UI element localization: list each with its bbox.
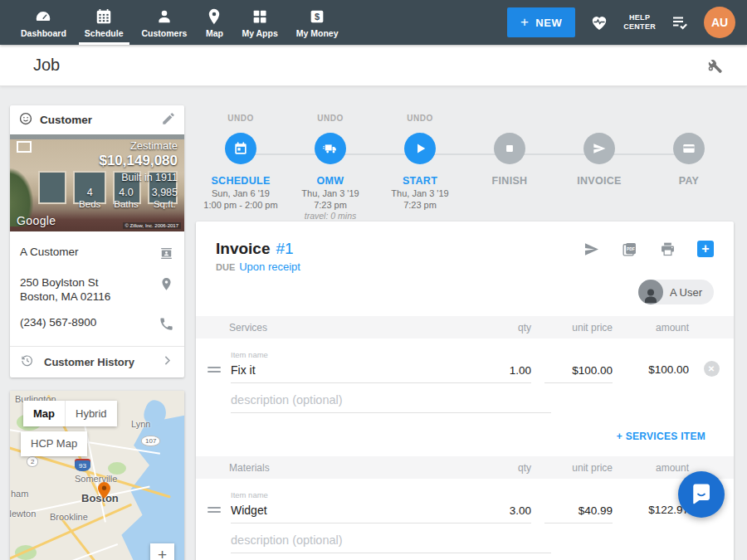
- new-button[interactable]: + NEW: [507, 7, 575, 37]
- nav-item-customers[interactable]: Customers: [133, 0, 197, 45]
- print-icon[interactable]: [659, 241, 676, 258]
- step-label[interactable]: PAY: [644, 175, 734, 187]
- step-label[interactable]: SCHEDULE: [196, 175, 286, 187]
- step-label[interactable]: OMW: [286, 175, 375, 187]
- step-omw: UNDO OMW Thu, Jan 3 '19 7:23 pm travel: …: [286, 114, 375, 221]
- assignee-name: A User: [670, 286, 702, 299]
- invoice-number-link[interactable]: #1: [276, 240, 293, 258]
- health-heart-icon[interactable]: [589, 12, 609, 32]
- user-avatar[interactable]: AU: [704, 7, 735, 38]
- credit-card-icon[interactable]: [673, 133, 705, 164]
- unit-price-input[interactable]: [544, 503, 613, 523]
- invoice-actions: PDF +: [583, 241, 714, 258]
- map-type-hybrid-button[interactable]: Hybrid: [65, 401, 117, 426]
- customer-phone: (234) 567-8900: [20, 316, 96, 330]
- left-sidebar: Customer Zestimate $10,149,080 Built in …: [10, 105, 184, 560]
- map-label: Somerville: [75, 474, 117, 484]
- step-date: Thu, Jan 3 '19: [286, 188, 375, 198]
- hcp-map-button[interactable]: HCP Map: [21, 431, 87, 456]
- stop-icon[interactable]: [494, 133, 525, 164]
- nav-item-my-money[interactable]: $ My Money: [287, 0, 348, 45]
- assignee-row: A User: [196, 273, 734, 316]
- qty-input[interactable]: [481, 503, 531, 523]
- send-invoice-icon[interactable]: [583, 241, 600, 258]
- map-park: [108, 462, 126, 475]
- undo-schedule-link[interactable]: UNDO: [196, 114, 286, 124]
- add-invoice-button[interactable]: +: [697, 241, 714, 257]
- step-time: 1:00 pm - 2:00 pm: [196, 200, 286, 210]
- step-start: UNDO START Thu, Jan 3 '19 7:23 pm: [375, 114, 465, 221]
- map-type-map-button[interactable]: Map: [23, 401, 65, 426]
- undo-spacer: [644, 114, 734, 124]
- zillow-copyright: © Zillow, Inc. 2006-2017: [123, 222, 181, 229]
- drag-handle-icon[interactable]: [208, 504, 221, 515]
- pdf-icon[interactable]: PDF: [621, 241, 638, 258]
- customer-address-row: 250 Boylston StBoston, MA 02116: [20, 270, 174, 310]
- nav-item-dashboard[interactable]: Dashboard: [12, 0, 76, 45]
- unit-price-input[interactable]: [544, 363, 613, 383]
- delete-item-icon[interactable]: ✕: [704, 361, 720, 377]
- interstate-shield: 93: [75, 460, 90, 471]
- step-label[interactable]: FINISH: [465, 175, 554, 187]
- undo-start-link[interactable]: UNDO: [375, 114, 465, 124]
- job-progress-steps: UNDO SCHEDULE Sun, Jan 6 '19 1:00 pm - 2…: [196, 105, 734, 212]
- task-list-icon[interactable]: [670, 12, 690, 32]
- dashboard-icon: [34, 7, 52, 26]
- item-name-input[interactable]: [231, 362, 481, 383]
- map-widget[interactable]: Burlington Lynn 107 2 93 Somerville ham …: [10, 391, 184, 560]
- due-label: DUE: [216, 262, 235, 272]
- send-icon[interactable]: [583, 133, 615, 164]
- main-content: UNDO SCHEDULE Sun, Jan 6 '19 1:00 pm - 2…: [196, 105, 734, 560]
- contact-card-icon[interactable]: [159, 246, 174, 265]
- nav-item-label: Customers: [142, 28, 188, 38]
- description-input[interactable]: [231, 532, 551, 553]
- qty-column-header: qty: [481, 322, 531, 334]
- property-stats: 4Beds 4.0Baths 3,985Sq.ft.: [79, 187, 178, 209]
- photo-window: [38, 171, 66, 204]
- beds-value: 4: [79, 187, 100, 198]
- customer-history-row[interactable]: Customer History: [10, 346, 184, 377]
- description-input[interactable]: [231, 392, 551, 413]
- streetview-frame-icon[interactable]: [17, 141, 32, 156]
- due-value-link[interactable]: Upon receipt: [239, 261, 300, 273]
- zestimate-label: Zestimate: [79, 139, 178, 152]
- assignee-chip[interactable]: A User: [638, 280, 714, 304]
- unit-price-column-header: unit price: [544, 322, 613, 334]
- qty-input[interactable]: [481, 363, 531, 383]
- services-section-header: Services qty unit price amount: [196, 316, 734, 338]
- invoice-header: Invoice #1 PDF + DUE Upon receipt: [196, 222, 734, 273]
- add-services-item-link[interactable]: + SERVICES ITEM: [617, 431, 706, 442]
- chat-icon: [689, 480, 714, 509]
- truck-icon[interactable]: [315, 133, 346, 164]
- edit-pencil-icon[interactable]: [161, 111, 176, 129]
- calendar-icon[interactable]: [225, 133, 256, 164]
- step-date: Thu, Jan 3 '19: [375, 188, 465, 198]
- nav-right-group: + NEW HELP CENTER AU: [507, 0, 747, 45]
- history-clock-icon: [20, 353, 34, 371]
- nav-item-map[interactable]: Map: [196, 0, 232, 45]
- nav-item-schedule[interactable]: Schedule: [76, 0, 133, 45]
- customer-details: A Customer 250 Boylston StBoston, MA 021…: [10, 231, 184, 341]
- nav-item-my-apps[interactable]: My Apps: [232, 0, 286, 45]
- location-pin-icon[interactable]: [159, 276, 174, 295]
- item-name-input[interactable]: [231, 502, 481, 523]
- section-name: Materials: [229, 462, 481, 474]
- materials-section-header: Materials qty unit price amount: [196, 456, 734, 479]
- page-title: Job: [33, 56, 60, 75]
- zoom-in-button[interactable]: +: [150, 543, 174, 560]
- play-icon[interactable]: [404, 133, 436, 164]
- phone-icon[interactable]: [159, 316, 174, 335]
- undo-omw-link[interactable]: UNDO: [286, 114, 375, 124]
- step-label[interactable]: START: [375, 175, 465, 187]
- chat-bubble-button[interactable]: [678, 471, 725, 518]
- baths-label: Baths: [114, 199, 138, 209]
- customer-name: A Customer: [20, 246, 79, 260]
- step-label[interactable]: INVOICE: [554, 175, 644, 187]
- drag-handle-icon[interactable]: [208, 364, 221, 375]
- nav-item-label: Schedule: [85, 28, 124, 38]
- help-center-link[interactable]: HELP CENTER: [623, 13, 656, 32]
- customer-card-header: Customer: [10, 105, 184, 134]
- nav-item-label: My Money: [296, 28, 339, 38]
- amount-column-header: amount: [626, 462, 689, 474]
- job-settings-icon[interactable]: [704, 56, 724, 75]
